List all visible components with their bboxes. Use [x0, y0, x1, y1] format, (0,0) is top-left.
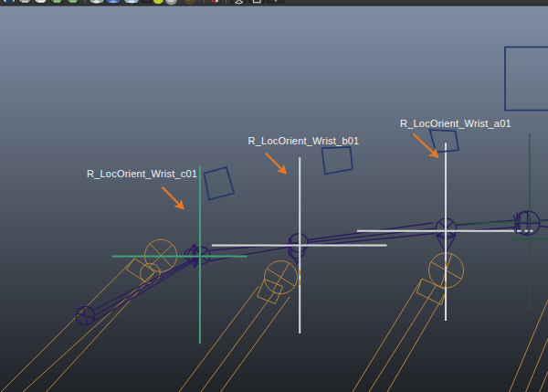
svg-text:R_LocOrient_Wrist_b01: R_LocOrient_Wrist_b01 — [248, 135, 360, 146]
svg-text:R_LocOrient_Wrist_a01: R_LocOrient_Wrist_a01 — [400, 118, 511, 129]
svg-text:R_LocOrient_Wrist_c01: R_LocOrient_Wrist_c01 — [87, 168, 197, 179]
